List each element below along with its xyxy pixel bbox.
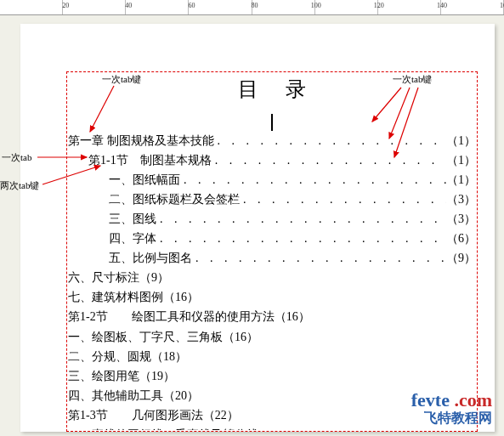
toc-entry: 一、绘图板、丁字尺、三角板（16） xyxy=(68,327,476,347)
toc-entry: 第1-1节 制图基本规格 . . . . . . . . . . . . . .… xyxy=(68,150,476,170)
document-page[interactable]: 一次tab键 一次tab键 目录 第一章 制图规格及基本技能 . . . . .… xyxy=(20,24,495,432)
annotation-tab-4: 两次tab键 xyxy=(0,179,39,192)
toc-text: 第一章 制图规格及基本技能 xyxy=(68,131,214,150)
text-cursor-line xyxy=(68,112,476,131)
annotation-tab-1: 一次tab键 xyxy=(102,73,141,86)
toc-leader-dots: . . . . . . . . . . . . . . . . . . . . … xyxy=(214,131,447,150)
toc-entry: 第一章 制图规格及基本技能 . . . . . . . . . . . . . … xyxy=(68,131,476,150)
toc-text: 三、图线 xyxy=(109,209,156,229)
watermark-logo: fevte .com 飞特教程网 xyxy=(411,390,492,426)
toc-page-num: （1） xyxy=(446,131,476,150)
annotation-tab-3: 一次tab xyxy=(2,151,31,164)
ruler-horizontal: 20 40 60 80 100 120 140 160 xyxy=(0,0,504,15)
toc-text: 一、图纸幅面 xyxy=(109,170,180,190)
toc-page-num: （1） xyxy=(446,150,476,170)
logo-text-en2: .com xyxy=(454,389,492,411)
toc-entry: 六、尺寸标注（9） xyxy=(68,268,476,287)
toc-page-num: （1） xyxy=(446,170,476,190)
toc-entry: 四、字体 . . . . . . . . . . . . . . . . . .… xyxy=(68,229,476,248)
text-cursor xyxy=(271,114,273,131)
toc-entry: 三、图线 . . . . . . . . . . . . . . . . . .… xyxy=(68,209,476,229)
logo-text-en1: fevte xyxy=(411,389,450,411)
toc-leader-dots: . . . . . . . . . . . . . . . . . . . . … xyxy=(156,209,446,229)
logo-text-cn: 飞特教程网 xyxy=(411,411,492,426)
toc-page-num: （9） xyxy=(446,248,476,268)
toc-text: 四、字体 xyxy=(109,229,156,248)
toc-entry: 二、图纸标题栏及会签栏 . . . . . . . . . . . . . . … xyxy=(68,190,476,209)
toc-page-num: （6） xyxy=(446,229,476,248)
toc-page-num: （3） xyxy=(446,209,476,229)
toc-page-num: （3） xyxy=(446,190,476,209)
toc-entry: 第1-2节 绘图工具和仪器的使用方法（16） xyxy=(68,307,476,326)
toc-text: 五、比例与图名 xyxy=(109,248,192,268)
toc-leader-dots: . . . . . . . . . . . . . . . . . . . . … xyxy=(240,190,446,209)
toc-entry: 二、分规、圆规（18） xyxy=(68,347,476,366)
toc-entry: 五、比例与图名 . . . . . . . . . . . . . . . . … xyxy=(68,248,476,268)
document-content: 目录 第一章 制图规格及基本技能 . . . . . . . . . . . .… xyxy=(68,73,476,430)
toc-leader-dots: . . . . . . . . . . . . . . . . . . . . … xyxy=(212,150,446,170)
annotation-tab-2: 一次tab键 xyxy=(393,73,432,86)
ruler-tick: 160 xyxy=(500,2,504,9)
toc-leader-dots: . . . . . . . . . . . . . . . . . . . . … xyxy=(180,170,446,190)
toc-leader-dots: . . . . . . . . . . . . . . . . . . . . … xyxy=(192,248,446,268)
toc-entry: 七、建筑材料图例（16） xyxy=(68,287,476,307)
toc-entry: 三、绘图用笔（19） xyxy=(68,366,476,386)
toc-leader-dots: . . . . . . . . . . . . . . . . . . . . … xyxy=(156,229,446,248)
toc-text: 第1-1节 制图基本规格 xyxy=(88,150,212,170)
toc-text: 二、图纸标题栏及会签栏 xyxy=(109,190,240,209)
toc-entry: 一、图纸幅面 . . . . . . . . . . . . . . . . .… xyxy=(68,170,476,190)
